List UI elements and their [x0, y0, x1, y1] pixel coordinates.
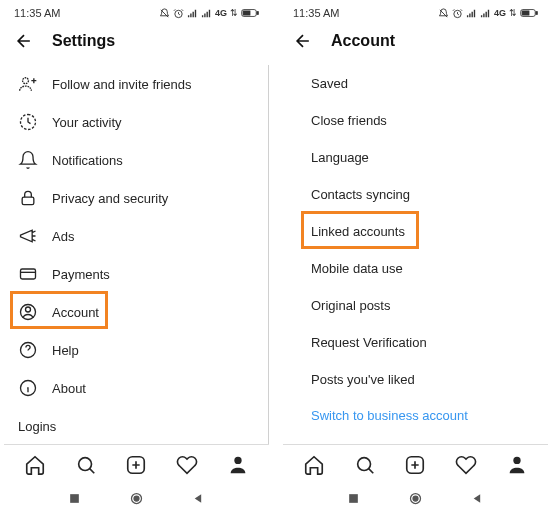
sys-recent-icon[interactable]: [68, 492, 81, 505]
svg-rect-14: [70, 494, 79, 503]
svg-rect-5: [22, 197, 34, 205]
megaphone-icon: [18, 226, 38, 246]
menu-ads[interactable]: Ads: [4, 217, 269, 255]
battery-icon: [241, 8, 259, 18]
help-icon: [18, 340, 38, 360]
menu-label: About: [52, 381, 86, 396]
signal-icon-2: [201, 8, 212, 19]
menu-original-posts[interactable]: Original posts: [283, 287, 548, 324]
menu-saved[interactable]: Saved: [283, 65, 548, 102]
svg-point-26: [413, 496, 418, 501]
svg-point-13: [234, 457, 241, 464]
nav-profile-icon[interactable]: [226, 453, 250, 477]
right-phone-account: 11:35 AM 4G ⇅ Account Sa: [283, 4, 548, 514]
data-arrows-icon: ⇅: [230, 8, 238, 18]
svg-rect-3: [243, 11, 250, 15]
menu-label: Follow and invite friends: [52, 77, 191, 92]
alarm-icon: [452, 8, 463, 19]
alarm-silent-icon: [159, 8, 170, 19]
status-time: 11:35 AM: [293, 7, 339, 19]
svg-point-8: [26, 307, 31, 312]
menu-notifications[interactable]: Notifications: [4, 141, 269, 179]
page-title: Settings: [52, 32, 115, 50]
nav-heart-icon[interactable]: [175, 453, 199, 477]
signal-icon-2: [480, 8, 491, 19]
link-switch-business[interactable]: Switch to business account: [283, 398, 548, 433]
alarm-icon: [173, 8, 184, 19]
svg-rect-19: [536, 12, 537, 15]
nav-home-icon[interactable]: [302, 453, 326, 477]
svg-rect-24: [349, 494, 358, 503]
menu-label: Notifications: [52, 153, 123, 168]
link-add-account[interactable]: Add account: [4, 440, 269, 444]
menu-privacy-security[interactable]: Privacy and security: [4, 179, 269, 217]
menu-request-verification[interactable]: Request Verification: [283, 324, 548, 361]
svg-rect-20: [522, 11, 529, 15]
page-title: Account: [331, 32, 395, 50]
status-icons: 4G ⇅: [159, 8, 259, 19]
card-icon: [18, 264, 38, 284]
menu-language[interactable]: Language: [283, 139, 548, 176]
menu-about[interactable]: About: [4, 369, 269, 407]
status-time: 11:35 AM: [14, 7, 60, 19]
sys-home-icon[interactable]: [129, 491, 144, 506]
menu-label: Help: [52, 343, 79, 358]
sys-back-icon[interactable]: [192, 492, 205, 505]
alarm-silent-icon: [438, 8, 449, 19]
header: Settings: [4, 21, 269, 65]
menu-label: Payments: [52, 267, 110, 282]
menu-mobile-data[interactable]: Mobile data use: [283, 250, 548, 287]
status-bar: 11:35 AM 4G ⇅: [283, 4, 548, 21]
menu-label: Privacy and security: [52, 191, 168, 206]
data-arrows-icon: ⇅: [509, 8, 517, 18]
status-icons: 4G ⇅: [438, 8, 538, 19]
svg-point-16: [134, 496, 139, 501]
system-nav: [283, 483, 548, 514]
signal-icon: [187, 8, 198, 19]
account-list: Saved Close friends Language Contacts sy…: [283, 65, 548, 444]
svg-point-23: [513, 457, 520, 464]
sys-recent-icon[interactable]: [347, 492, 360, 505]
menu-help[interactable]: Help: [4, 331, 269, 369]
network-label: 4G: [494, 8, 506, 18]
account-icon: [18, 302, 38, 322]
menu-your-activity[interactable]: Your activity: [4, 103, 269, 141]
system-nav: [4, 483, 269, 514]
battery-icon: [520, 8, 538, 18]
nav-create-icon[interactable]: [124, 453, 148, 477]
bottom-nav: [283, 444, 548, 483]
menu-label: Ads: [52, 229, 74, 244]
person-plus-icon: [18, 74, 38, 94]
signal-icon: [466, 8, 477, 19]
back-arrow-icon[interactable]: [14, 31, 34, 51]
menu-posts-liked[interactable]: Posts you've liked: [283, 361, 548, 398]
menu-payments[interactable]: Payments: [4, 255, 269, 293]
activity-icon: [18, 112, 38, 132]
network-label: 4G: [215, 8, 227, 18]
menu-linked-accounts[interactable]: Linked accounts: [283, 213, 548, 250]
svg-point-21: [358, 458, 371, 471]
nav-search-icon[interactable]: [353, 453, 377, 477]
svg-point-4: [23, 78, 29, 84]
info-icon: [18, 378, 38, 398]
bottom-nav: [4, 444, 269, 483]
settings-list: Follow and invite friends Your activity …: [4, 65, 269, 444]
menu-follow-invite[interactable]: Follow and invite friends: [4, 65, 269, 103]
nav-profile-icon[interactable]: [505, 453, 529, 477]
svg-rect-2: [257, 12, 258, 15]
back-arrow-icon[interactable]: [293, 31, 313, 51]
nav-create-icon[interactable]: [403, 453, 427, 477]
logins-section-header: Logins: [4, 407, 269, 440]
nav-search-icon[interactable]: [74, 453, 98, 477]
sys-home-icon[interactable]: [408, 491, 423, 506]
menu-label: Your activity: [52, 115, 122, 130]
nav-heart-icon[interactable]: [454, 453, 478, 477]
menu-account[interactable]: Account: [4, 293, 269, 331]
nav-home-icon[interactable]: [23, 453, 47, 477]
menu-close-friends[interactable]: Close friends: [283, 102, 548, 139]
sys-back-icon[interactable]: [471, 492, 484, 505]
menu-contacts-syncing[interactable]: Contacts syncing: [283, 176, 548, 213]
lock-icon: [18, 188, 38, 208]
header: Account: [283, 21, 548, 65]
svg-rect-6: [21, 269, 36, 279]
